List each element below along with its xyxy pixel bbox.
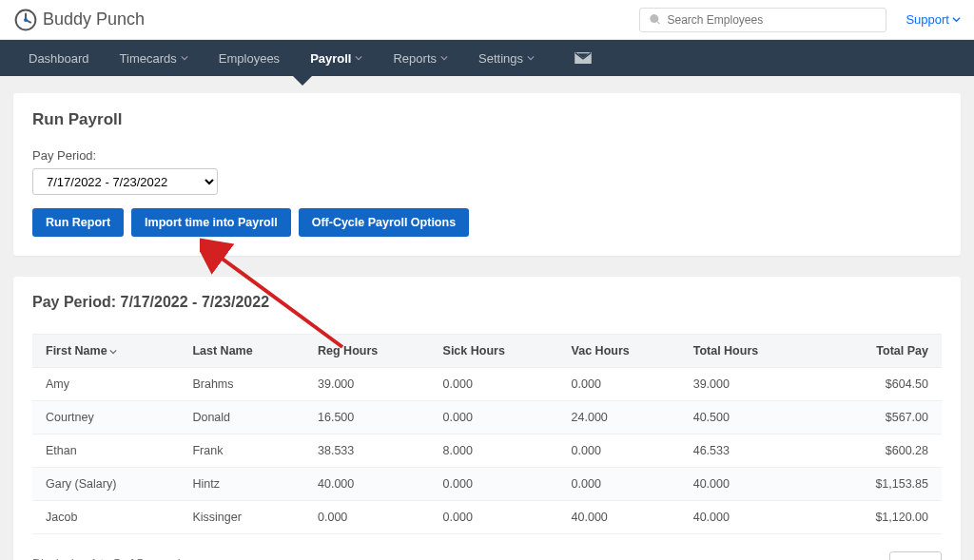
logo-icon xyxy=(13,8,38,32)
nav-label: Timecards xyxy=(120,51,177,66)
chevron-down-icon xyxy=(109,348,117,356)
nav-item-timecards[interactable]: Timecards xyxy=(105,40,204,76)
col-vac-hours[interactable]: Vac Hours xyxy=(564,335,686,368)
cell-sick_hours: 8.000 xyxy=(436,434,564,468)
col-total-pay[interactable]: Total Pay xyxy=(819,335,942,368)
cell-last_name: Brahms xyxy=(185,368,310,401)
cell-reg_hours: 0.000 xyxy=(310,501,436,534)
nav-mail[interactable] xyxy=(559,40,607,76)
cell-vac_hours: 0.000 xyxy=(564,368,686,401)
search-icon xyxy=(650,14,661,26)
cell-total_pay: $604.50 xyxy=(819,368,942,401)
col-reg-hours[interactable]: Reg Hours xyxy=(310,335,436,368)
cell-first_name: Amy xyxy=(32,368,185,401)
results-card: Pay Period: 7/17/2022 - 7/23/2022 First … xyxy=(13,277,961,560)
page-size-select[interactable]: 50 xyxy=(889,551,942,560)
main-nav: DashboardTimecardsEmployeesPayrollReport… xyxy=(0,40,974,76)
svg-point-1 xyxy=(24,18,28,22)
cell-reg_hours: 16.500 xyxy=(310,401,436,434)
chevron-down-icon xyxy=(181,54,188,62)
cell-reg_hours: 38.533 xyxy=(310,434,436,468)
cell-sick_hours: 0.000 xyxy=(436,468,564,501)
cell-sick_hours: 0.000 xyxy=(436,501,564,534)
nav-item-dashboard[interactable]: Dashboard xyxy=(13,40,105,76)
results-title: Pay Period: 7/17/2022 - 7/23/2022 xyxy=(32,294,942,311)
nav-label: Settings xyxy=(478,51,523,66)
cell-vac_hours: 40.000 xyxy=(564,501,686,534)
cell-vac_hours: 24.000 xyxy=(564,401,686,434)
nav-item-reports[interactable]: Reports xyxy=(378,40,463,76)
cell-first_name: Jacob xyxy=(32,501,185,534)
table-header-row: First Name Last Name Reg Hours Sick Hour… xyxy=(32,335,942,368)
col-sick-hours[interactable]: Sick Hours xyxy=(436,335,564,368)
cell-total_hours: 39.000 xyxy=(686,368,819,401)
cell-last_name: Frank xyxy=(185,434,310,468)
logo-text-right: Punch xyxy=(96,10,145,29)
card-title: Run Payroll xyxy=(32,110,942,129)
table-row: AmyBrahms39.0000.0000.00039.000$604.50 xyxy=(32,368,942,401)
nav-label: Payroll xyxy=(310,51,351,66)
app-header: Buddy Punch Support xyxy=(0,0,974,40)
chevron-down-icon xyxy=(952,15,961,24)
pay-period-select[interactable]: 7/17/2022 - 7/23/2022 xyxy=(32,168,218,195)
cell-first_name: Courtney xyxy=(32,401,185,434)
import-time-button[interactable]: Import time into Payroll xyxy=(131,208,291,237)
cell-vac_hours: 0.000 xyxy=(564,468,686,501)
nav-label: Employees xyxy=(219,51,280,66)
cell-total_pay: $1,153.85 xyxy=(819,468,942,501)
cell-total_hours: 40.000 xyxy=(686,501,819,534)
cell-total_hours: 40.000 xyxy=(686,468,819,501)
cell-total_pay: $1,120.00 xyxy=(819,501,942,534)
nav-label: Reports xyxy=(393,51,437,66)
run-report-button[interactable]: Run Report xyxy=(32,208,124,237)
logo-text-left: Buddy xyxy=(43,10,91,29)
cell-reg_hours: 39.000 xyxy=(310,368,436,401)
nav-item-employees[interactable]: Employees xyxy=(204,40,295,76)
cell-total_hours: 46.533 xyxy=(686,434,819,468)
mail-icon xyxy=(575,51,592,65)
table-row: EthanFrank38.5338.0000.00046.533$600.28 xyxy=(32,434,942,468)
cell-total_hours: 40.500 xyxy=(686,401,819,434)
nav-item-payroll[interactable]: Payroll xyxy=(295,40,378,76)
nav-label: Dashboard xyxy=(29,51,89,66)
cell-last_name: Kissinger xyxy=(185,501,310,534)
cell-sick_hours: 0.000 xyxy=(436,401,564,434)
search-box[interactable] xyxy=(639,8,886,32)
payroll-table: First Name Last Name Reg Hours Sick Hour… xyxy=(32,334,942,534)
cell-first_name: Ethan xyxy=(32,434,185,468)
nav-item-settings[interactable]: Settings xyxy=(463,40,550,76)
cell-total_pay: $567.00 xyxy=(819,401,942,434)
cell-last_name: Hintz xyxy=(185,468,310,501)
off-cycle-button[interactable]: Off-Cycle Payroll Options xyxy=(299,208,469,237)
logo: Buddy Punch xyxy=(13,8,145,32)
col-first-name[interactable]: First Name xyxy=(32,335,185,368)
col-total-hours[interactable]: Total Hours xyxy=(686,335,819,368)
cell-total_pay: $600.28 xyxy=(819,434,942,468)
table-row: CourtneyDonald16.5000.00024.00040.500$56… xyxy=(32,401,942,434)
cell-reg_hours: 40.000 xyxy=(310,468,436,501)
chevron-down-icon xyxy=(355,54,362,62)
support-link[interactable]: Support xyxy=(906,12,961,27)
col-last-name[interactable]: Last Name xyxy=(185,335,310,368)
cell-last_name: Donald xyxy=(185,401,310,434)
search-input[interactable] xyxy=(667,13,876,27)
cell-first_name: Gary (Salary) xyxy=(32,468,185,501)
cell-vac_hours: 0.000 xyxy=(564,434,686,468)
run-payroll-card: Run Payroll Pay Period: 7/17/2022 - 7/23… xyxy=(13,93,961,256)
cell-sick_hours: 0.000 xyxy=(436,368,564,401)
chevron-down-icon xyxy=(440,54,448,62)
table-row: JacobKissinger0.0000.00040.00040.000$1,1… xyxy=(32,501,942,534)
chevron-down-icon xyxy=(527,54,535,62)
pay-period-label: Pay Period: xyxy=(32,148,942,163)
nav-active-indicator xyxy=(293,76,312,86)
table-row: Gary (Salary)Hintz40.0000.0000.00040.000… xyxy=(32,468,942,501)
